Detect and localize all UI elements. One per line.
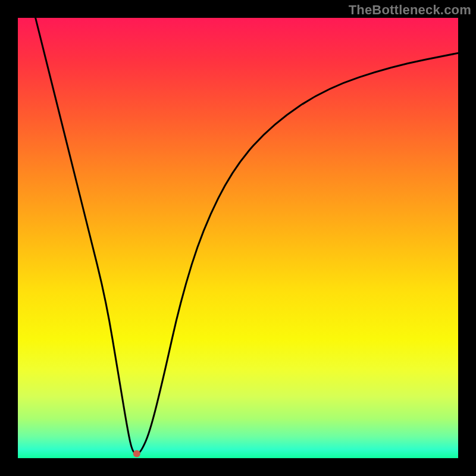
chart-frame: TheBottleneck.com: [0, 0, 476, 476]
watermark-text: TheBottleneck.com: [349, 2, 471, 18]
plot-area: [18, 18, 458, 458]
marker-dot: [133, 450, 140, 458]
bottleneck-curve: [36, 18, 458, 453]
curve-layer: [18, 18, 458, 458]
curve-path: [36, 18, 458, 453]
